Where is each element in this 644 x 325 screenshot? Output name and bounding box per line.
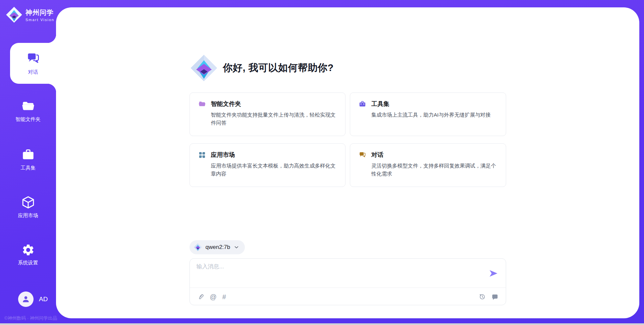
card-description: 灵活切换多模型文件，支持多样回复效果调试，满足个性化需求 <box>371 162 497 178</box>
card-title: 智能文件夹 <box>211 100 241 108</box>
user-account[interactable]: AD <box>18 291 48 307</box>
card-title: 对话 <box>371 151 383 159</box>
sidebar-item-smart-folder[interactable]: 智能文件夹 <box>0 99 56 123</box>
main-panel: 你好, 我可以如何帮助你? 智能文件夹 智能文件夹功能支持批量文件上传与清洗，轻… <box>56 7 639 318</box>
send-button[interactable] <box>488 268 499 279</box>
greeting-title: 你好, 我可以如何帮助你? <box>223 61 334 75</box>
sidebar-item-toolset[interactable]: 工具集 <box>0 148 56 171</box>
toolbox-icon <box>359 100 366 108</box>
composer: qwen2:7b @ # <box>190 240 506 305</box>
grid-icon <box>198 151 206 159</box>
avatar <box>18 291 34 307</box>
brand-name: 神州问学 <box>25 8 54 17</box>
greeting: 你好, 我可以如何帮助你? <box>190 54 506 82</box>
folder-icon <box>198 100 206 108</box>
brand-subtitle: Smart Vision <box>25 18 54 22</box>
comment-icon <box>491 293 498 300</box>
feature-card[interactable]: 对话 灵活切换多模型文件，支持多样回复效果调试，满足个性化需求 <box>350 143 506 187</box>
cube-icon <box>21 195 35 209</box>
assistant-diamond-icon <box>190 54 218 82</box>
feature-card[interactable]: 工具集 集成市场上主流工具，助力AI与外界无缝扩展与对接 <box>350 92 506 136</box>
chevron-down-icon <box>233 244 239 250</box>
sidebar-footer: ©神州数码 · 神州问学出品 <box>4 315 57 321</box>
sidebar-item-label: 智能文件夹 <box>15 116 41 123</box>
chat-icon <box>26 51 41 66</box>
person-icon <box>21 295 31 304</box>
send-icon <box>488 268 498 278</box>
feature-card[interactable]: 智能文件夹 智能文件夹功能支持批量文件上传与清洗，轻松实现文件问答 <box>190 92 346 136</box>
sidebar-item-app-market[interactable]: 应用市场 <box>0 195 56 219</box>
input-toolbar: @ # <box>197 293 498 300</box>
history-button[interactable] <box>479 293 486 300</box>
sidebar-item-label: 工具集 <box>20 165 36 171</box>
feature-card[interactable]: 应用市场 应用市场提供丰富长文本模板，助力高效生成多样化文章内容 <box>190 143 346 187</box>
gear-icon <box>21 243 35 257</box>
folder-icon <box>21 99 35 113</box>
sidebar-item-label: 应用市场 <box>18 212 38 219</box>
window-bottom-edge <box>0 323 644 325</box>
sidebar: 神州问学 Smart Vision 对话 智能文件夹 工具集 应用市场 系统设置… <box>0 0 56 325</box>
model-selector[interactable]: qwen2:7b <box>190 240 245 254</box>
message-input[interactable] <box>197 263 482 287</box>
mention-button[interactable]: @ <box>210 294 217 300</box>
sidebar-item-chat[interactable]: 对话 <box>10 43 56 84</box>
hashtag-button[interactable]: # <box>222 294 226 300</box>
chat-icon <box>359 151 366 159</box>
card-description: 应用市场提供丰富长文本模板，助力高效生成多样化文章内容 <box>211 162 337 178</box>
message-input-box: @ # <box>190 258 506 305</box>
brand-diamond-icon <box>5 6 23 23</box>
history-icon <box>479 293 486 300</box>
card-title: 应用市场 <box>211 151 235 159</box>
card-title: 工具集 <box>371 100 389 108</box>
brand-logo: 神州问学 Smart Vision <box>5 6 54 23</box>
card-description: 智能文件夹功能支持批量文件上传与清洗，轻松实现文件问答 <box>211 111 337 127</box>
toolbox-icon <box>21 148 35 162</box>
sidebar-item-label: 对话 <box>28 69 38 75</box>
user-name: AD <box>39 296 48 303</box>
sidebar-item-label: 系统设置 <box>18 260 38 266</box>
model-name: qwen2:7b <box>206 244 230 251</box>
sidebar-item-settings[interactable]: 系统设置 <box>0 243 56 266</box>
paperclip-icon <box>197 293 204 300</box>
conversation-button[interactable] <box>491 293 498 300</box>
feature-cards: 智能文件夹 智能文件夹功能支持批量文件上传与清洗，轻松实现文件问答 工具集 集成… <box>190 92 506 187</box>
divider <box>190 287 506 288</box>
attachment-button[interactable] <box>197 293 204 300</box>
model-diamond-icon <box>194 243 202 252</box>
card-description: 集成市场上主流工具，助力AI与外界无缝扩展与对接 <box>371 111 497 119</box>
